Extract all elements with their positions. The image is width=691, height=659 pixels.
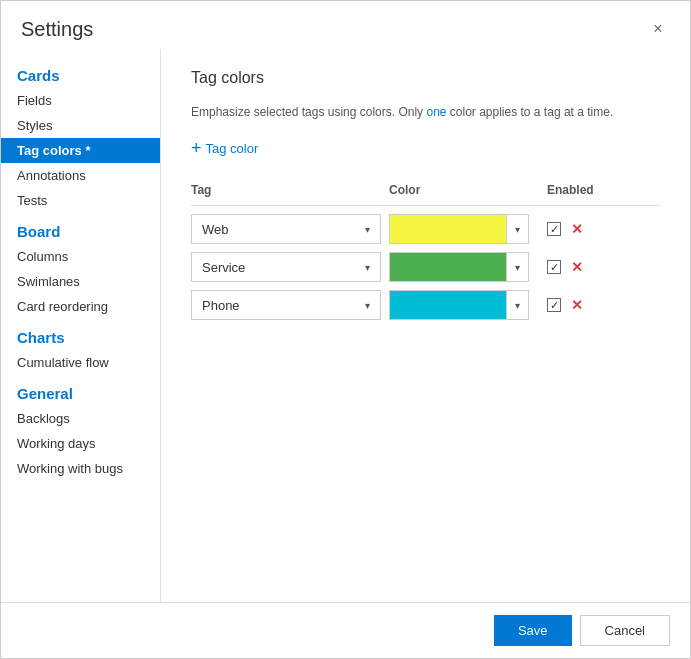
sidebar-item-cumulative-flow[interactable]: Cumulative flow [1, 350, 160, 375]
delete-button-service[interactable]: ✕ [571, 259, 583, 275]
col-color: Color [389, 183, 529, 197]
color-swatch-web [390, 215, 506, 243]
sidebar-section-cards: Cards [1, 57, 160, 88]
sidebar-section-general: General [1, 375, 160, 406]
enabled-checkbox-service[interactable] [547, 260, 561, 274]
sidebar-item-columns[interactable]: Columns [1, 244, 160, 269]
main-content: Tag colors Emphasize selected tags using… [161, 49, 690, 602]
sidebar-item-swimlanes[interactable]: Swimlanes [1, 269, 160, 294]
delete-button-phone[interactable]: ✕ [571, 297, 583, 313]
sidebar-item-card-reordering[interactable]: Card reordering [1, 294, 160, 319]
sidebar-item-working-days[interactable]: Working days [1, 431, 160, 456]
settings-dialog: Settings × Cards Fields Styles Tag color… [0, 0, 691, 659]
description-text-2: color applies to a tag at a time. [446, 105, 613, 119]
tag-dropdown-phone[interactable]: Phone ▾ [191, 290, 381, 320]
description: Emphasize selected tags using colors. On… [191, 103, 660, 121]
sidebar-item-fields[interactable]: Fields [1, 88, 160, 113]
page-title: Tag colors [191, 69, 660, 87]
color-chevron-icon[interactable]: ▾ [506, 215, 528, 243]
table-row: Service ▾ ▾ ✕ [191, 252, 660, 282]
color-swatch-service [390, 253, 506, 281]
enabled-cell-service: ✕ [537, 259, 617, 275]
sidebar-item-tests[interactable]: Tests [1, 188, 160, 213]
description-text-1: Emphasize selected tags using colors. On… [191, 105, 426, 119]
table-header: Tag Color Enabled [191, 179, 660, 206]
add-tag-button[interactable]: + Tag color [191, 137, 258, 159]
table-row: Web ▾ ▾ ✕ [191, 214, 660, 244]
add-tag-label: Tag color [206, 141, 259, 156]
color-swatch-phone [390, 291, 506, 319]
tag-dropdown-web[interactable]: Web ▾ [191, 214, 381, 244]
dialog-body: Cards Fields Styles Tag colors * Annotat… [1, 49, 690, 602]
chevron-down-icon: ▾ [365, 224, 370, 235]
color-chevron-icon[interactable]: ▾ [506, 291, 528, 319]
sidebar-item-tag-colors[interactable]: Tag colors * [1, 138, 160, 163]
delete-button-web[interactable]: ✕ [571, 221, 583, 237]
tag-label-service: Service [202, 260, 245, 275]
tag-label-web: Web [202, 222, 229, 237]
sidebar-item-working-with-bugs[interactable]: Working with bugs [1, 456, 160, 481]
sidebar-item-styles[interactable]: Styles [1, 113, 160, 138]
save-button[interactable]: Save [494, 615, 572, 646]
color-chevron-icon[interactable]: ▾ [506, 253, 528, 281]
plus-icon: + [191, 139, 202, 157]
chevron-down-icon: ▾ [365, 300, 370, 311]
sidebar-item-backlogs[interactable]: Backlogs [1, 406, 160, 431]
col-tag: Tag [191, 183, 381, 197]
color-select-phone[interactable]: ▾ [389, 290, 529, 320]
table-row: Phone ▾ ▾ ✕ [191, 290, 660, 320]
sidebar-section-board: Board [1, 213, 160, 244]
enabled-checkbox-phone[interactable] [547, 298, 561, 312]
cancel-button[interactable]: Cancel [580, 615, 670, 646]
sidebar-section-charts: Charts [1, 319, 160, 350]
color-select-web[interactable]: ▾ [389, 214, 529, 244]
sidebar-item-annotations[interactable]: Annotations [1, 163, 160, 188]
chevron-down-icon: ▾ [365, 262, 370, 273]
dialog-footer: Save Cancel [1, 602, 690, 658]
tag-dropdown-service[interactable]: Service ▾ [191, 252, 381, 282]
dialog-title: Settings [21, 18, 93, 41]
description-highlight: one [426, 105, 446, 119]
close-button[interactable]: × [646, 17, 670, 41]
dialog-header: Settings × [1, 1, 690, 49]
enabled-checkbox-web[interactable] [547, 222, 561, 236]
sidebar: Cards Fields Styles Tag colors * Annotat… [1, 49, 161, 602]
col-enabled: Enabled [537, 183, 617, 197]
color-select-service[interactable]: ▾ [389, 252, 529, 282]
tag-label-phone: Phone [202, 298, 240, 313]
enabled-cell-web: ✕ [537, 221, 617, 237]
enabled-cell-phone: ✕ [537, 297, 617, 313]
